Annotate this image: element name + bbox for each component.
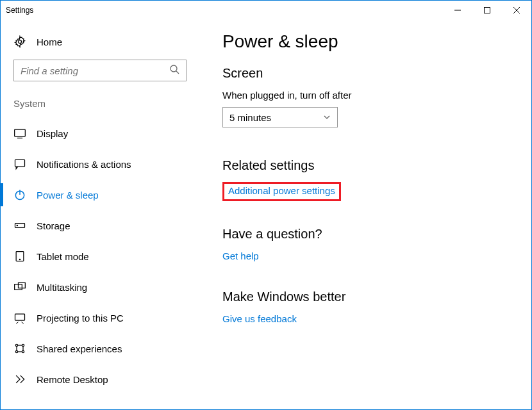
sidebar-item-tablet-mode[interactable]: Tablet mode bbox=[1, 241, 199, 272]
notifications-icon bbox=[13, 158, 26, 170]
svg-rect-9 bbox=[15, 160, 25, 167]
display-icon bbox=[13, 127, 26, 140]
svg-point-15 bbox=[19, 259, 20, 259]
chevron-down-icon bbox=[323, 112, 331, 123]
sidebar-item-label: Power & sleep bbox=[37, 190, 99, 201]
gear-icon bbox=[13, 35, 26, 48]
projecting-icon bbox=[13, 311, 26, 324]
window-title: Settings bbox=[6, 6, 33, 15]
sidebar-item-remote-desktop[interactable]: Remote Desktop bbox=[1, 364, 199, 395]
power-icon bbox=[13, 188, 26, 201]
shared-icon bbox=[13, 342, 26, 355]
sidebar-item-label: Display bbox=[37, 128, 68, 139]
tablet-icon bbox=[13, 250, 26, 263]
sidebar-item-label: Shared experiences bbox=[37, 343, 122, 354]
sidebar-item-label: Tablet mode bbox=[37, 251, 89, 262]
sidebar-item-storage[interactable]: Storage bbox=[1, 210, 199, 241]
titlebar: Settings bbox=[1, 1, 531, 20]
close-button[interactable] bbox=[502, 1, 531, 20]
svg-point-5 bbox=[170, 65, 177, 72]
sidebar-item-label: Notifications & actions bbox=[37, 159, 131, 170]
question-heading: Have a question? bbox=[222, 227, 512, 242]
svg-point-4 bbox=[19, 40, 22, 44]
search-box[interactable] bbox=[13, 60, 187, 81]
screen-heading: Screen bbox=[222, 66, 512, 81]
minimize-button[interactable] bbox=[443, 1, 472, 20]
additional-power-settings-link[interactable]: Additional power settings bbox=[228, 185, 335, 196]
sidebar-item-label: Remote Desktop bbox=[37, 374, 108, 385]
svg-point-21 bbox=[15, 350, 17, 352]
page-title: Power & sleep bbox=[222, 31, 512, 52]
sidebar-item-label: Multitasking bbox=[37, 282, 87, 293]
feedback-link[interactable]: Give us feedback bbox=[222, 313, 297, 324]
window-controls bbox=[443, 1, 531, 20]
screen-timeout-dropdown[interactable]: 5 minutes bbox=[222, 107, 338, 127]
sidebar: Home System Display Notifications & bbox=[1, 20, 199, 409]
search-icon bbox=[169, 64, 179, 77]
svg-rect-1 bbox=[485, 8, 490, 13]
sidebar-item-power-sleep[interactable]: Power & sleep bbox=[1, 179, 199, 210]
multitasking-icon bbox=[13, 281, 26, 293]
svg-point-22 bbox=[22, 350, 24, 352]
group-label: System bbox=[1, 98, 199, 118]
svg-point-20 bbox=[22, 344, 24, 346]
dropdown-value: 5 minutes bbox=[229, 112, 271, 123]
home-button[interactable]: Home bbox=[1, 31, 199, 60]
remote-desktop-icon bbox=[13, 373, 26, 386]
highlight-annotation: Additional power settings bbox=[222, 182, 341, 201]
search-input[interactable] bbox=[21, 65, 169, 76]
sidebar-item-label: Projecting to this PC bbox=[37, 313, 124, 324]
svg-rect-18 bbox=[15, 314, 25, 320]
sidebar-item-label: Storage bbox=[37, 220, 71, 231]
settings-window: Settings Home bbox=[0, 0, 532, 410]
content: Power & sleep Screen When plugged in, tu… bbox=[199, 20, 531, 409]
body: Home System Display Notifications & bbox=[1, 20, 531, 409]
sidebar-item-projecting[interactable]: Projecting to this PC bbox=[1, 302, 199, 333]
storage-icon bbox=[13, 219, 26, 232]
svg-rect-7 bbox=[15, 129, 26, 136]
sidebar-item-display[interactable]: Display bbox=[1, 118, 199, 149]
home-label: Home bbox=[37, 37, 62, 47]
get-help-link[interactable]: Get help bbox=[222, 250, 259, 261]
sidebar-item-notifications[interactable]: Notifications & actions bbox=[1, 149, 199, 179]
better-heading: Make Windows better bbox=[222, 290, 512, 304]
svg-line-6 bbox=[176, 71, 179, 74]
sidebar-item-multitasking[interactable]: Multitasking bbox=[1, 272, 199, 302]
maximize-button[interactable] bbox=[472, 1, 502, 20]
sidebar-item-shared-experiences[interactable]: Shared experiences bbox=[1, 333, 199, 364]
related-heading: Related settings bbox=[222, 158, 512, 173]
svg-point-19 bbox=[15, 344, 17, 346]
screen-plugged-label: When plugged in, turn off after bbox=[222, 90, 512, 101]
svg-point-13 bbox=[17, 225, 17, 226]
